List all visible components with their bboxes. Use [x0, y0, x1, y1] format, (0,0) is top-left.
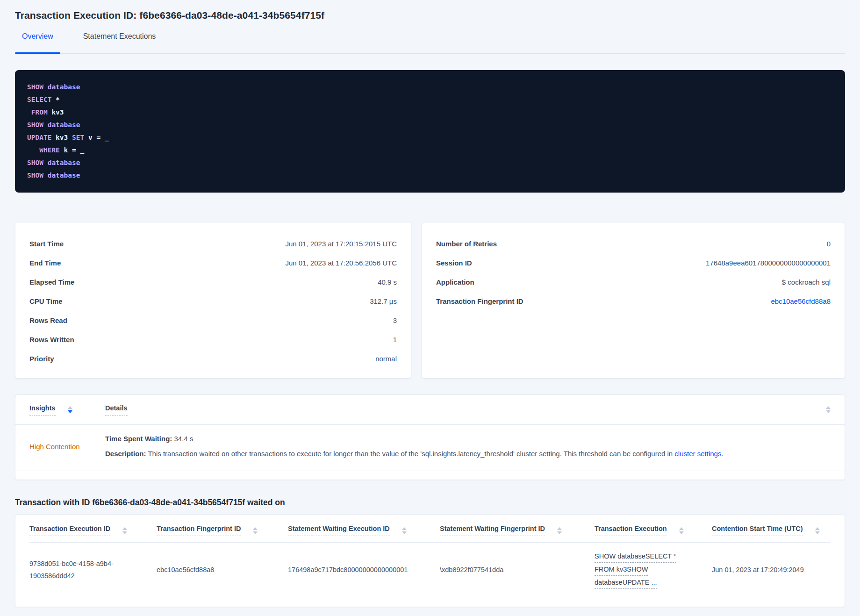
- sort-arrows-icon[interactable]: [679, 527, 684, 534]
- description-text: This transaction waited on other transac…: [148, 450, 674, 458]
- page-title: Transaction Execution ID: f6be6366-da03-…: [15, 9, 845, 21]
- tab-bar: Overview Statement Executions: [15, 32, 845, 54]
- session-summary-card: Number of Retries 0 Session ID 17648a9ee…: [422, 222, 845, 379]
- row-label: Start Time: [29, 240, 64, 248]
- row-label: Session ID: [436, 259, 472, 267]
- cell-transaction-execution-link[interactable]: SHOW databaseSELECT * FROM kv3SHOW datab…: [595, 550, 712, 589]
- row-label: Application: [436, 278, 474, 286]
- waited-table-row: 9738d051-bc0e-4158-a9b4-1903586ddd42 ebc…: [29, 543, 831, 597]
- sort-arrows-icon[interactable]: [402, 527, 407, 534]
- waited-on-table-card: Transaction Execution ID Transaction Fin…: [15, 514, 845, 607]
- execution-summary-card: Start Time Jun 01, 2023 at 17:20:15:2015…: [15, 222, 411, 379]
- waiting-value: 34.4 s: [174, 435, 194, 443]
- sql-statements-box: SHOW databaseSELECT * FROM kv3SHOW datab…: [15, 70, 845, 193]
- sort-arrows-icon[interactable]: [68, 406, 72, 413]
- row-label: Transaction Fingerprint ID: [436, 297, 523, 305]
- row-label: Elapsed Time: [29, 278, 74, 286]
- column-header-statement-waiting-fingerprint-id[interactable]: Statement Waiting Fingerprint ID: [440, 525, 595, 542]
- column-header-contention-start-time[interactable]: Contention Start Time (UTC): [712, 525, 831, 542]
- sort-arrows-icon[interactable]: [253, 527, 258, 534]
- insight-description-line: Description: This transaction waited on …: [105, 448, 831, 459]
- summary-row-rows-written: Rows Written 1: [15, 330, 411, 349]
- column-label[interactable]: Transaction Execution: [595, 525, 667, 536]
- column-label[interactable]: Statement Waiting Fingerprint ID: [440, 525, 545, 536]
- row-value: normal: [375, 355, 397, 363]
- summary-row-application: Application $ cockroach sql: [422, 272, 845, 292]
- column-label[interactable]: Transaction Execution ID: [29, 525, 110, 536]
- row-value: 17648a9eea6017800000000000000001: [706, 259, 831, 267]
- summary-row-priority: Priority normal: [15, 349, 411, 368]
- sort-arrows-icon[interactable]: [815, 527, 820, 534]
- transaction-execution-line[interactable]: databaseUPDATE ...: [595, 576, 657, 589]
- summary-cards-row: Start Time Jun 01, 2023 at 17:20:15:2015…: [15, 222, 845, 379]
- insight-row: High Contention Time Spent Waiting: 34.4…: [15, 425, 845, 471]
- summary-row-session-id: Session ID 17648a9eea6017800000000000000…: [422, 253, 845, 272]
- cell-contention-start-time: Jun 01, 2023 at 17:20:49:2049: [712, 564, 831, 576]
- transaction-execution-line[interactable]: SHOW databaseSELECT *: [595, 550, 676, 563]
- row-value: Jun 01, 2023 at 17:20:15:2015 UTC: [285, 240, 397, 248]
- row-value: 40.9 s: [378, 278, 397, 286]
- transaction-details-page: Transaction Execution ID: f6be6366-da03-…: [0, 0, 860, 607]
- row-value: Jun 01, 2023 at 17:20:56:2056 UTC: [285, 259, 397, 267]
- row-label: CPU Time: [29, 297, 63, 305]
- row-label: Rows Written: [29, 336, 74, 344]
- insights-header-sort[interactable]: [826, 406, 831, 413]
- column-header-transaction-execution[interactable]: Transaction Execution: [595, 525, 712, 542]
- insight-details: Time Spent Waiting: 34.4 s Description: …: [105, 433, 831, 459]
- row-label: Number of Retries: [436, 240, 497, 248]
- column-label[interactable]: Details: [105, 404, 128, 415]
- summary-row-rows-read: Rows Read 3: [15, 311, 411, 330]
- insights-table-header: Insights Details: [15, 395, 845, 425]
- transaction-execution-line[interactable]: FROM kv3SHOW: [595, 563, 648, 576]
- row-label: Priority: [29, 355, 54, 363]
- summary-row-retries: Number of Retries 0: [422, 234, 845, 253]
- tab-overview[interactable]: Overview: [15, 32, 60, 53]
- summary-row-cpu-time: CPU Time 312.7 µs: [15, 292, 411, 311]
- row-label: End Time: [29, 259, 61, 267]
- row-value: 3: [393, 316, 397, 324]
- transaction-fingerprint-link[interactable]: ebc10ae56cfd88a8: [771, 297, 831, 305]
- cell-transaction-fingerprint-id: ebc10ae56cfd88a8: [157, 564, 288, 576]
- column-header-transaction-execution-id[interactable]: Transaction Execution ID: [29, 525, 157, 542]
- description-period: .: [721, 450, 723, 458]
- description-label: Description:: [105, 450, 146, 458]
- summary-row-end-time: End Time Jun 01, 2023 at 17:20:56:2056 U…: [15, 253, 411, 272]
- cell-transaction-execution-id: 9738d051-bc0e-4158-a9b4-1903586ddd42: [29, 558, 157, 582]
- summary-row-transaction-fingerprint: Transaction Fingerprint ID ebc10ae56cfd8…: [422, 292, 845, 311]
- column-label[interactable]: Contention Start Time (UTC): [712, 525, 803, 536]
- insight-waiting-line: Time Spent Waiting: 34.4 s: [105, 433, 831, 444]
- insight-name: High Contention: [29, 443, 105, 451]
- cell-statement-waiting-fingerprint-id: \xdb8922f077541dda: [440, 564, 595, 576]
- column-label[interactable]: Insights: [29, 404, 56, 415]
- tab-statement-executions[interactable]: Statement Executions: [76, 32, 163, 53]
- column-header-transaction-fingerprint-id[interactable]: Transaction Fingerprint ID: [157, 525, 288, 542]
- row-value: $ cockroach sql: [782, 278, 831, 286]
- sort-arrows-icon[interactable]: [826, 406, 831, 413]
- cluster-settings-link[interactable]: cluster settings: [674, 450, 721, 458]
- column-header-statement-waiting-execution-id[interactable]: Statement Waiting Execution ID: [288, 525, 440, 542]
- column-header-insights[interactable]: Insights: [29, 404, 105, 415]
- column-header-details[interactable]: Details: [105, 404, 809, 415]
- sort-arrows-icon[interactable]: [122, 527, 127, 534]
- row-value: 1: [393, 336, 397, 344]
- waited-table-header: Transaction Execution ID Transaction Fin…: [29, 525, 831, 543]
- column-label[interactable]: Statement Waiting Execution ID: [288, 525, 390, 536]
- row-value: 0: [827, 240, 831, 248]
- waiting-label: Time Spent Waiting:: [105, 435, 172, 443]
- sort-arrows-icon[interactable]: [557, 527, 562, 534]
- summary-row-elapsed-time: Elapsed Time 40.9 s: [15, 272, 411, 292]
- cell-statement-waiting-execution-id: 176498a9c717bdc80000000000000001: [288, 564, 440, 576]
- insights-table-card: Insights Details High Contention Time Sp…: [15, 394, 845, 480]
- summary-row-start-time: Start Time Jun 01, 2023 at 17:20:15:2015…: [15, 234, 411, 253]
- row-label: Rows Read: [29, 316, 67, 324]
- waited-on-section-title: Transaction with ID f6be6366-da03-48de-a…: [15, 498, 845, 508]
- row-value: 312.7 µs: [370, 297, 397, 305]
- column-label[interactable]: Transaction Fingerprint ID: [157, 525, 241, 536]
